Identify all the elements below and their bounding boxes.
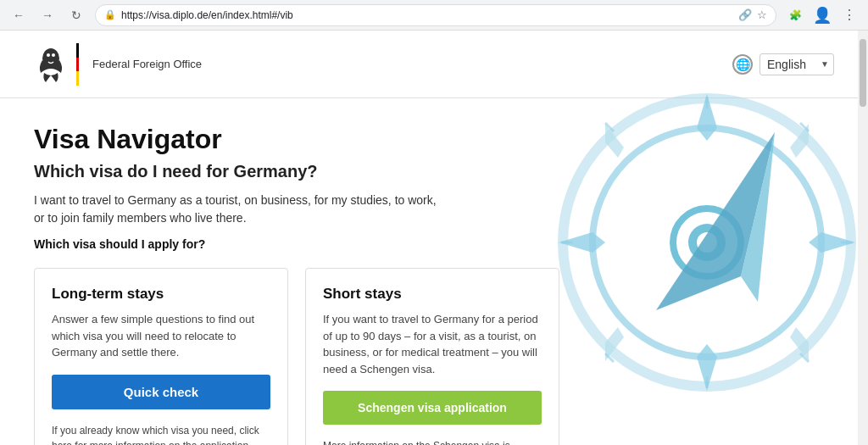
address-bar[interactable]: 🔒 https://visa.diplo.de/en/index.html#/v… (95, 4, 776, 26)
browser-actions: 🧩 👤 ⋮ (783, 3, 861, 27)
page-description: I want to travel to Germany as a tourist… (34, 192, 441, 227)
quick-check-button[interactable]: Quick check (52, 375, 270, 409)
short-term-card: Short stays If you want to travel to Ger… (305, 268, 559, 445)
back-button[interactable]: ← (7, 3, 31, 27)
flag-stripe (76, 43, 79, 86)
cards-container: Long-term stays Answer a few simple ques… (34, 268, 559, 445)
url-text: https://visa.diplo.de/en/index.html#/vib (121, 9, 733, 21)
profile-button[interactable]: 👤 (810, 3, 834, 27)
lock-icon: 🔒 (104, 9, 116, 20)
browser-chrome: ← → ↻ 🔒 https://visa.diplo.de/en/index.h… (0, 0, 868, 31)
long-term-title: Long-term stays (52, 286, 270, 303)
short-term-text: If you want to travel to Germany for a p… (323, 311, 542, 377)
short-term-title: Short stays (323, 286, 542, 303)
main-content: Visa Navigator Which visa do I need for … (0, 98, 868, 445)
scrollbar-thumb[interactable] (860, 39, 866, 107)
svg-point-1 (47, 53, 50, 57)
long-term-card: Long-term stays Answer a few simple ques… (34, 268, 288, 445)
svg-point-2 (52, 53, 55, 57)
compass-illustration (529, 47, 868, 437)
share-icon: 🔗 (738, 8, 752, 21)
reload-button[interactable]: ↻ (64, 3, 88, 27)
page-content: Federal Foreign Office 🌐 English Deutsch… (0, 31, 868, 445)
browser-controls: ← → ↻ (7, 3, 88, 27)
menu-button[interactable]: ⋮ (837, 3, 861, 27)
long-term-footer: If you already know which visa you need,… (52, 423, 270, 446)
extensions-button[interactable]: 🧩 (783, 3, 807, 27)
eagle-logo (34, 43, 68, 86)
short-term-footer: More information on the Schengen visa is… (323, 438, 542, 445)
schengen-button[interactable]: Schengen visa application (323, 391, 542, 425)
scrollbar[interactable] (858, 31, 868, 445)
star-icon: ☆ (757, 8, 767, 21)
logo-area: Federal Foreign Office (34, 43, 202, 86)
office-name: Federal Foreign Office (92, 58, 202, 70)
forward-button[interactable]: → (36, 3, 59, 27)
long-term-text: Answer a few simple questions to find ou… (52, 311, 270, 361)
